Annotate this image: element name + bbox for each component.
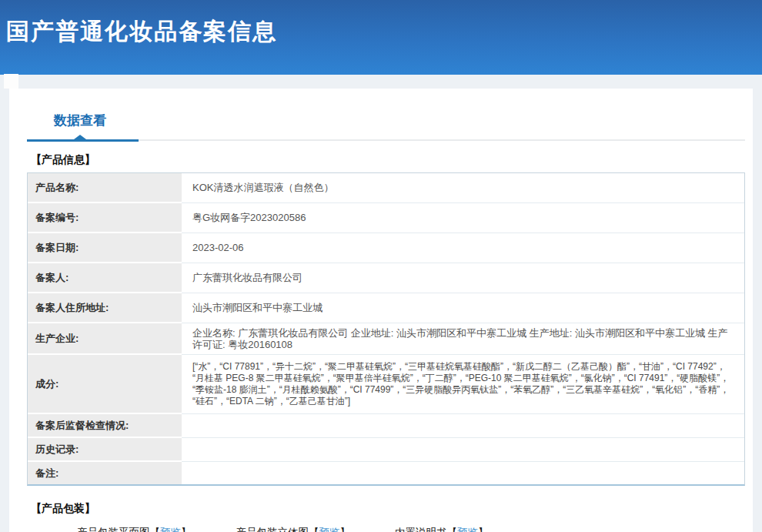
preview-3d-link[interactable]: 预览 (319, 527, 340, 532)
corner-artifact (4, 74, 18, 89)
row-label: 历史记录: (28, 438, 182, 462)
table-row: 备案人: 广东蕾琪化妆品有限公司 (28, 263, 744, 293)
bracket-close: 】 (340, 527, 351, 532)
page-title: 国产普通化妆品备案信息 (0, 0, 762, 48)
row-label: 备案后监督检查情况: (28, 414, 182, 438)
row-value (182, 414, 744, 438)
row-label: 备案人住所地址: (28, 293, 182, 323)
table-row: 备案后监督检查情况: (28, 414, 744, 438)
packaging-item-label: 产品包装平面图 (77, 527, 150, 532)
row-value: 粤G妆网备字2023020586 (182, 203, 744, 233)
bracket-open: 【 (309, 527, 319, 532)
row-label: 备案编号: (28, 203, 182, 233)
packaging-links-row: 产品包装平面图【预览】 产品包装立体图【预览】 内置说明书【预览】 (77, 526, 753, 532)
packaging-item-label: 产品包装立体图 (236, 527, 309, 532)
table-row: 备注: (28, 462, 744, 484)
table-row: 备案日期: 2023-02-06 (28, 233, 744, 263)
section-product-packaging: 【产品包装】 (31, 502, 753, 516)
bracket-open: 【 (447, 527, 458, 532)
row-label: 备注: (28, 462, 182, 484)
row-label: 生产企业: (28, 323, 182, 355)
packaging-item-flat: 产品包装平面图【预览】 (77, 526, 192, 532)
tab-data-view[interactable]: 数据查看 (54, 112, 106, 129)
bracket-open: 【 (150, 527, 161, 532)
row-value: [“水”，“CI 77891”，“异十二烷”，“聚二甲基硅氧烷”，“三甲基硅烷氧… (182, 355, 744, 414)
bracket-close: 】 (181, 527, 192, 532)
row-label: 备案日期: (28, 233, 182, 263)
row-label: 产品名称: (28, 173, 182, 203)
tab-divider (139, 139, 745, 141)
table-row-ingredients: 成分: [“水”，“CI 77891”，“异十二烷”，“聚二甲基硅氧烷”，“三甲… (28, 355, 744, 414)
row-label: 成分: (28, 355, 182, 414)
bracket-close: 】 (478, 527, 489, 532)
row-value: 广东蕾琪化妆品有限公司 (182, 263, 744, 293)
packaging-item-manual: 内置说明书【预览】 (395, 526, 489, 532)
table-row: 产品名称: KOK清透水润遮瑕液（自然色） (28, 173, 744, 203)
preview-flat-link[interactable]: 预览 (160, 527, 181, 532)
row-value: 2023-02-06 (182, 233, 744, 263)
row-value (182, 438, 744, 462)
table-row: 备案人住所地址: 汕头市潮阳区和平中寨工业城 (28, 293, 744, 323)
product-info-table: 产品名称: KOK清透水润遮瑕液（自然色） 备案编号: 粤G妆网备字202302… (27, 172, 745, 486)
row-label: 备案人: (28, 263, 182, 293)
content-panel: 数据查看 【产品信息】 产品名称: KOK清透水润遮瑕液（自然色） 备案编号: … (9, 89, 753, 532)
tab-active-indicator (27, 139, 139, 142)
table-row: 生产企业: 企业名称: 广东蕾琪化妆品有限公司 企业地址: 汕头市潮阳区和平中寨… (28, 323, 744, 355)
preview-manual-link[interactable]: 预览 (457, 527, 478, 532)
tab-underline (9, 139, 753, 142)
row-value: 企业名称: 广东蕾琪化妆品有限公司 企业地址: 汕头市潮阳区和平中寨工业城 生产… (182, 323, 744, 355)
section-product-info: 【产品信息】 (31, 153, 753, 167)
table-row: 备案编号: 粤G妆网备字2023020586 (28, 203, 744, 233)
packaging-item-3d: 产品包装立体图【预览】 (236, 526, 351, 532)
table-row: 历史记录: (28, 438, 744, 462)
tab-active-arrow-icon (74, 135, 86, 139)
row-value (182, 462, 744, 484)
row-value: 汕头市潮阳区和平中寨工业城 (182, 293, 744, 323)
page-header: 国产普通化妆品备案信息 (0, 0, 762, 75)
row-value: KOK清透水润遮瑕液（自然色） (182, 173, 744, 203)
packaging-item-label: 内置说明书 (395, 527, 447, 532)
